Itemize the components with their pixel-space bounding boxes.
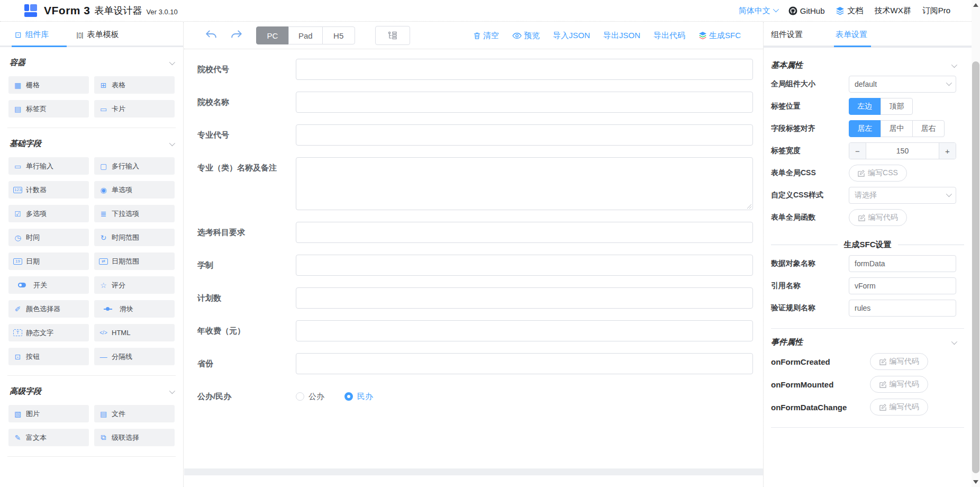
form-field-row[interactable]: 专业（类）名称及备注 bbox=[197, 157, 753, 210]
tab-form-settings[interactable]: 表单设置 bbox=[836, 30, 867, 40]
widget-multiline-input[interactable]: ▢多行输入 bbox=[94, 157, 175, 175]
province-input[interactable] bbox=[296, 353, 753, 374]
form-field-row[interactable]: 专业代号 bbox=[197, 124, 753, 146]
data-object-name-input[interactable] bbox=[849, 255, 956, 272]
study-length-input[interactable] bbox=[296, 255, 753, 276]
form-field-row[interactable]: 院校名称 bbox=[197, 92, 753, 113]
decrease-button[interactable]: − bbox=[849, 143, 866, 159]
edit-onformdatachange-button[interactable]: 编写代码 bbox=[870, 399, 928, 416]
label-width-value[interactable]: 150 bbox=[866, 143, 939, 159]
tab-component-library[interactable]: ⊡ 组件库 bbox=[15, 30, 49, 40]
tab-widget-settings[interactable]: 组件设置 bbox=[771, 30, 803, 40]
plan-count-input[interactable] bbox=[296, 287, 753, 309]
device-h5-button[interactable]: H5 bbox=[322, 26, 355, 44]
widget-picture[interactable]: ▧图片 bbox=[8, 405, 89, 422]
widget-static-text[interactable]: T静态文字 bbox=[8, 324, 89, 341]
redo-button[interactable] bbox=[231, 30, 242, 41]
major-name-textarea[interactable] bbox=[296, 157, 753, 210]
form-field-row[interactable]: 学制 bbox=[197, 255, 753, 276]
label-position-left[interactable]: 左边 bbox=[849, 98, 881, 115]
edit-functions-button[interactable]: 编写代码 bbox=[849, 209, 907, 226]
github-link[interactable]: GitHub bbox=[788, 6, 825, 15]
widget-rich-text[interactable]: ✎富文本 bbox=[8, 429, 89, 446]
preview-button[interactable]: 预览 bbox=[512, 31, 540, 41]
import-json-button[interactable]: 导入JSON bbox=[553, 31, 590, 41]
form-canvas[interactable]: 院校代号 院校名称 专业代号 专业（类）名称及备注 选考科目要求 bbox=[184, 49, 763, 468]
widget-switch[interactable]: 开关 bbox=[8, 276, 89, 294]
widget-single-input[interactable]: ▭单行输入 bbox=[8, 157, 89, 175]
chevron-down-icon[interactable] bbox=[169, 59, 175, 65]
edit-icon bbox=[858, 170, 865, 177]
widget-counter[interactable]: 123计数器 bbox=[8, 181, 89, 199]
wx-group-link[interactable]: 技术WX群 bbox=[874, 6, 911, 16]
widget-size-select[interactable]: default bbox=[849, 76, 956, 93]
field-label: 专业（类）名称及备注 bbox=[197, 157, 296, 210]
clear-button[interactable]: 清空 bbox=[473, 31, 499, 41]
page-scrollbar[interactable] bbox=[972, 0, 980, 487]
widget-color-picker[interactable]: ✐颜色选择器 bbox=[8, 300, 89, 318]
language-dropdown[interactable]: 简体中文 bbox=[739, 6, 777, 16]
export-json-button[interactable]: 导出JSON bbox=[603, 31, 640, 41]
docs-link[interactable]: 文档 bbox=[836, 6, 863, 16]
scroll-up-icon[interactable] bbox=[973, 3, 978, 7]
basic-widget-list: ▭单行输入 ▢多行输入 123计数器 ◉单选项 ☑多选项 ≣下拉选项 ◷时间 ↻… bbox=[8, 157, 175, 365]
generate-sfc-button[interactable]: 生成SFC bbox=[698, 31, 741, 41]
chevron-down-icon[interactable] bbox=[951, 338, 957, 344]
widget-checkbox[interactable]: ☑多选项 bbox=[8, 205, 89, 222]
label-align-left[interactable]: 居左 bbox=[849, 120, 881, 137]
device-pad-button[interactable]: Pad bbox=[288, 26, 323, 44]
label-position-top[interactable]: 顶部 bbox=[881, 98, 913, 115]
radio-option-public[interactable]: 公办 bbox=[296, 392, 324, 402]
custom-class-select[interactable]: 请选择 bbox=[849, 187, 956, 204]
widget-time-range[interactable]: ↻时间范围 bbox=[94, 229, 175, 246]
node-tree-button[interactable] bbox=[375, 26, 410, 45]
chevron-down-icon[interactable] bbox=[951, 61, 957, 67]
widget-cascader[interactable]: ⧉级联选择 bbox=[94, 429, 175, 446]
widget-radio[interactable]: ◉单选项 bbox=[94, 181, 175, 199]
chevron-down-icon[interactable] bbox=[169, 140, 175, 146]
widget-date-range[interactable]: ⇄日期范围 bbox=[94, 252, 175, 270]
radio-option-private[interactable]: 民办 bbox=[344, 392, 373, 402]
widget-button[interactable]: ⊡按钮 bbox=[8, 348, 89, 365]
undo-button[interactable] bbox=[205, 30, 217, 41]
form-field-row[interactable]: 院校代号 bbox=[197, 59, 753, 80]
rules-name-input[interactable] bbox=[849, 300, 956, 317]
form-field-row[interactable]: 公办/民办 公办 民办 bbox=[197, 386, 753, 407]
label-align-right[interactable]: 居右 bbox=[912, 120, 945, 137]
major-code-input[interactable] bbox=[296, 124, 753, 146]
widget-html[interactable]: </>HTML bbox=[94, 324, 175, 341]
widget-select[interactable]: ≣下拉选项 bbox=[94, 205, 175, 222]
college-code-input[interactable] bbox=[296, 59, 753, 80]
resize-handle[interactable] bbox=[746, 203, 751, 209]
form-field-row[interactable]: 年收费（元） bbox=[197, 320, 753, 341]
increase-button[interactable]: + bbox=[939, 143, 956, 159]
device-pc-button[interactable]: PC bbox=[256, 26, 289, 44]
widget-divider[interactable]: —分隔线 bbox=[94, 348, 175, 365]
widget-card[interactable]: ▭卡片 bbox=[94, 100, 175, 118]
widget-grid[interactable]: ▦栅格 bbox=[8, 76, 89, 94]
widget-slider[interactable]: 滑块 bbox=[94, 300, 175, 318]
widget-date[interactable]: 19日期 bbox=[8, 252, 89, 270]
scrollbar-thumb[interactable] bbox=[972, 61, 979, 473]
college-name-input[interactable] bbox=[296, 92, 753, 113]
label-align-center[interactable]: 居中 bbox=[881, 120, 913, 137]
widget-tab-page[interactable]: ▤标签页 bbox=[8, 100, 89, 118]
form-field-row[interactable]: 计划数 bbox=[197, 287, 753, 309]
widget-rate[interactable]: ☆评分 bbox=[94, 276, 175, 294]
ref-name-input[interactable] bbox=[849, 277, 956, 294]
tab-form-template[interactable]: |▯| 表单模板 bbox=[77, 30, 119, 40]
edit-css-button[interactable]: 编写CSS bbox=[849, 165, 907, 182]
annual-fee-input[interactable] bbox=[296, 320, 753, 341]
chevron-down-icon[interactable] bbox=[169, 387, 175, 393]
form-field-row[interactable]: 省份 bbox=[197, 353, 753, 374]
export-code-button[interactable]: 导出代码 bbox=[654, 31, 685, 41]
widget-table[interactable]: ⊞表格 bbox=[94, 76, 175, 94]
edit-onformmounted-button[interactable]: 编写代码 bbox=[870, 376, 928, 393]
widget-file[interactable]: ▤文件 bbox=[94, 405, 175, 422]
form-field-row[interactable]: 选考科目要求 bbox=[197, 222, 753, 243]
edit-onformcreated-button[interactable]: 编写代码 bbox=[870, 353, 928, 370]
widget-time[interactable]: ◷时间 bbox=[8, 229, 89, 246]
subject-requirement-input[interactable] bbox=[296, 222, 753, 243]
scroll-down-icon[interactable] bbox=[973, 480, 978, 484]
subscribe-pro-link[interactable]: 订阅Pro bbox=[922, 6, 950, 16]
